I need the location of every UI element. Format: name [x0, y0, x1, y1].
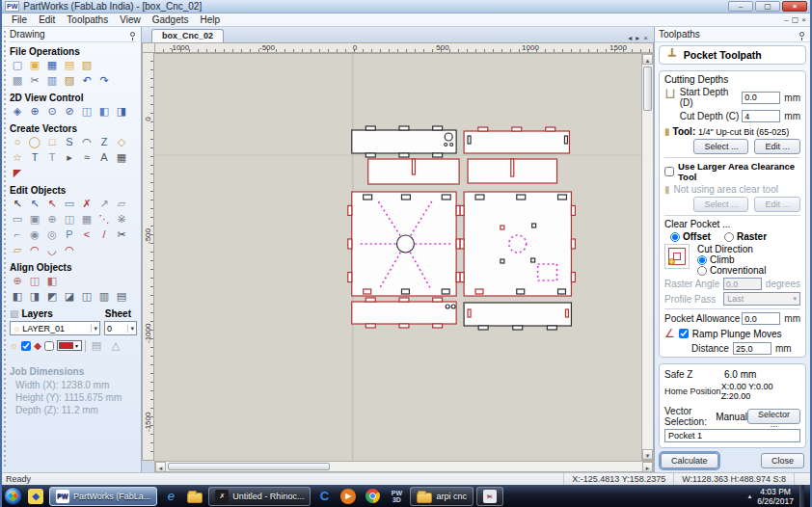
extend-vectors-icon[interactable]: / — [96, 227, 112, 242]
move-to-layer-icon[interactable]: △ — [108, 338, 123, 353]
climb-radio[interactable] — [697, 255, 707, 265]
switch-3d-view-icon[interactable]: ◨ — [114, 104, 129, 119]
offset-radio[interactable] — [670, 232, 680, 242]
draw-polygon-icon[interactable]: ◇ — [114, 135, 129, 149]
toolpath-name-input[interactable] — [664, 429, 800, 442]
tray-expand-icon[interactable]: ▴ — [748, 493, 752, 500]
array-tool-icon[interactable]: ▦ — [79, 212, 95, 227]
menu-view[interactable]: View — [114, 14, 147, 25]
knife-tool-icon[interactable]: ✂ — [114, 227, 129, 242]
pin-icon[interactable] — [130, 32, 135, 37]
delete-tool-icon[interactable]: ✗ — [79, 197, 95, 211]
cut-depth-input[interactable] — [742, 110, 780, 122]
zoom-selected-icon[interactable]: ⊘ — [62, 104, 77, 119]
taskbar-partworks-button[interactable]: PWPartWorks (FabLa... — [49, 487, 157, 506]
copy-icon[interactable]: ▥ — [44, 73, 60, 88]
close-vector-icon[interactable]: ▱ — [10, 243, 25, 257]
larger-area-clearance-checkbox[interactable] — [664, 167, 674, 176]
zoom-interactive-icon[interactable]: ⊕ — [27, 104, 42, 119]
tab-prev-button[interactable]: ◂ — [628, 34, 632, 42]
profile-pass-select[interactable]: Last▾ — [723, 292, 800, 306]
menu-gadgets[interactable]: Gadgets — [147, 14, 195, 25]
mirror-tool-icon[interactable]: ◫ — [62, 212, 77, 227]
fit-arc-icon-1[interactable]: ◠ — [27, 243, 42, 257]
layer-select[interactable]: ☼ LAYER_01 ▾ — [10, 321, 100, 335]
measure-tool-icon[interactable]: ▭ — [62, 197, 77, 211]
system-tray[interactable]: ▴ 4:03 PM 6/26/2017 — [748, 485, 808, 507]
weld-vectors-icon[interactable]: ◉ — [27, 227, 42, 242]
undo-icon[interactable]: ↶ — [79, 73, 95, 88]
align-bottom-icon[interactable]: ◪ — [62, 289, 77, 304]
draw-circle-icon[interactable]: ○ — [10, 135, 25, 149]
show-desktop-button[interactable] — [799, 485, 804, 507]
restore-button[interactable]: ▢ — [755, 1, 780, 12]
chrome-icon[interactable] — [362, 487, 383, 506]
pick-tool-icon[interactable]: ↗ — [96, 197, 112, 211]
fillet-tool-icon[interactable]: ⌐ — [10, 227, 25, 242]
open-file-icon[interactable]: ▣ — [27, 58, 42, 72]
pan-icon[interactable]: ◈ — [10, 104, 25, 119]
vertical-scroll-thumb[interactable] — [643, 67, 652, 111]
trim-vectors-icon[interactable]: < — [79, 227, 95, 242]
array-copy-icon[interactable]: ▦ — [114, 150, 129, 165]
layer-lock-checkbox[interactable] — [44, 341, 54, 351]
partworks-3d-icon[interactable]: PW3D — [386, 487, 407, 506]
center-in-material-icon[interactable]: ⊕ — [10, 274, 25, 288]
taskbar-rhino-button[interactable]: ✗Untitled - Rhinoc... — [208, 487, 311, 506]
menu-file[interactable]: File — [6, 14, 33, 25]
menu-edit[interactable]: Edit — [33, 14, 61, 25]
interpolate-icon[interactable]: P — [62, 227, 77, 242]
select-tool-icon[interactable]: ↖ — [10, 197, 25, 211]
fit-arc-icon-2[interactable]: ◡ — [44, 243, 60, 257]
explorer-folder-icon[interactable] — [184, 487, 205, 506]
menu-help[interactable]: Help — [194, 14, 226, 25]
horizontal-scroll-thumb[interactable] — [168, 463, 330, 470]
paste-icon[interactable]: ▨ — [62, 73, 77, 88]
pin-icon[interactable] — [799, 32, 804, 37]
join-vectors-icon[interactable]: ⋱ — [96, 212, 112, 227]
sheet-select[interactable]: 0 ▾ — [104, 321, 137, 335]
draw-text-icon[interactable]: T — [27, 150, 42, 165]
close-button[interactable]: × — [782, 1, 807, 12]
nesting-tool-icon[interactable]: ※ — [114, 212, 129, 227]
edit-text-icon[interactable]: ▸ — [62, 150, 77, 165]
import-vectors-icon[interactable]: ▤ — [62, 58, 77, 72]
move-tool-icon[interactable]: ▭ — [10, 212, 25, 227]
horizontal-scrollbar[interactable]: ◂ ▸ — [154, 461, 654, 472]
align-left-icon[interactable]: ◧ — [10, 289, 25, 304]
copy-to-sheet-icon[interactable]: ▤ — [89, 338, 104, 353]
raster-angle-input[interactable] — [723, 278, 762, 290]
tool-edit-button[interactable]: Edit ... — [754, 139, 800, 154]
redo-icon[interactable]: ↷ — [96, 73, 112, 88]
drawing-canvas[interactable] — [154, 53, 641, 461]
tab-close-button[interactable]: × — [643, 34, 648, 42]
taskbar-arpi-cnc-button[interactable]: arpi cnc — [410, 487, 474, 506]
cut-icon[interactable]: ✂ — [27, 73, 42, 88]
layer-color-swatch[interactable]: ▾ — [57, 340, 82, 351]
align-center-v-icon[interactable]: ▥ — [96, 289, 112, 304]
job-setup-icon[interactable]: ▩ — [10, 73, 25, 88]
snipping-tool-button[interactable]: ✂ — [476, 487, 503, 506]
mdi-minimize-button[interactable]: – — [784, 15, 788, 25]
clearance-edit-button[interactable]: Edit ... — [754, 197, 800, 212]
text-box-icon[interactable]: T — [44, 150, 60, 165]
selection-frame-icon[interactable]: ▱ — [114, 197, 129, 211]
draw-arc-icon[interactable]: ◠ — [79, 135, 95, 149]
tab-box-cnc-02[interactable]: box_Cnc_02 — [151, 29, 224, 42]
raster-radio[interactable] — [724, 232, 734, 242]
draw-polyline-icon[interactable]: Z — [96, 135, 112, 149]
draw-ellipse-icon[interactable]: ◯ — [27, 135, 42, 149]
close-panel-button[interactable]: Close — [761, 453, 804, 468]
center-y-icon[interactable]: ◧ — [44, 274, 60, 288]
pocket-allowance-input[interactable] — [742, 312, 780, 325]
scroll-down-icon[interactable]: ▾ — [642, 449, 653, 460]
calculate-button[interactable]: Calculate — [661, 453, 718, 468]
scroll-left-icon[interactable]: ◂ — [155, 462, 166, 472]
menu-toolpaths[interactable]: Toolpaths — [61, 14, 114, 25]
align-top-icon[interactable]: ◩ — [44, 289, 60, 304]
zoom-fit-icon[interactable]: ◧ — [96, 104, 112, 119]
tab-next-button[interactable]: ▸ — [636, 34, 639, 42]
space-evenly-icon[interactable]: ▤ — [114, 289, 129, 304]
tool-select-button[interactable]: Select ... — [693, 139, 748, 154]
draw-star-icon[interactable]: ☆ — [10, 150, 25, 165]
